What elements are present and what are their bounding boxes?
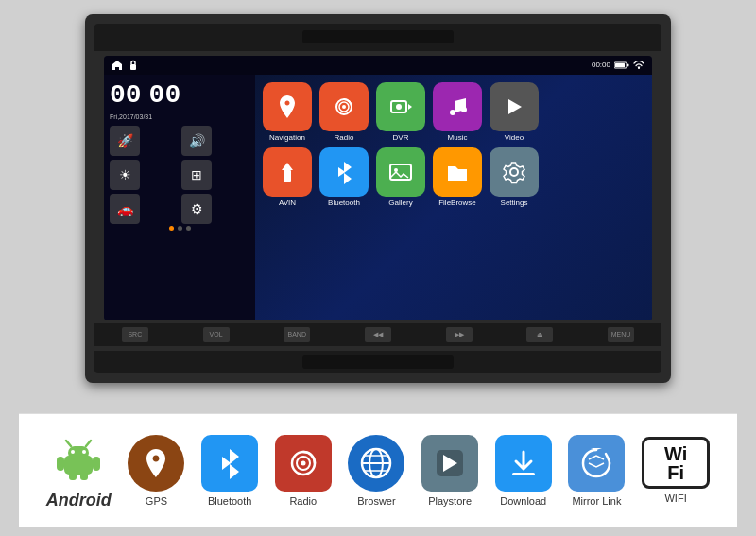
gallery-icon-img xyxy=(376,147,425,197)
app-dvr[interactable]: DVR xyxy=(376,82,425,142)
gps-label: GPS xyxy=(146,495,167,507)
feature-download[interactable]: Download xyxy=(495,435,552,507)
svg-rect-37 xyxy=(512,473,535,475)
btn-prev[interactable]: ◀◀ xyxy=(365,327,391,342)
feature-mirror[interactable]: Mirror Link xyxy=(568,435,625,507)
app-row-2: AVIN Bluetooth xyxy=(263,147,644,207)
bt-icon-wrapper xyxy=(201,435,258,492)
control-speaker[interactable]: 🔊 xyxy=(181,126,212,156)
music-label: Music xyxy=(448,133,468,142)
browser-label: Broswer xyxy=(357,495,395,507)
radio-svg xyxy=(331,94,357,120)
btn-src[interactable]: SRC xyxy=(122,327,148,342)
clock-minutes: 00 xyxy=(149,80,181,110)
gps-icon xyxy=(140,447,172,479)
btn-eject[interactable]: ⏏ xyxy=(526,327,553,342)
control-car[interactable]: 🚗 xyxy=(110,194,140,224)
wifi-label: WIFI xyxy=(664,493,686,504)
feature-radio[interactable]: Radio xyxy=(275,435,332,507)
gallery-svg xyxy=(387,159,414,185)
feature-android[interactable]: Android xyxy=(46,430,112,510)
speaker-icon: 🔊 xyxy=(189,133,205,148)
control-grid[interactable]: ⊞ xyxy=(181,160,212,190)
btn-menu[interactable]: MENU xyxy=(608,327,634,342)
settings-icon-img xyxy=(490,147,539,197)
bluetooth-icon-img xyxy=(319,147,369,197)
clock-hours: 00 xyxy=(110,80,142,110)
svg-point-29 xyxy=(301,460,305,465)
mirror-icon xyxy=(579,446,613,480)
playstore-icon xyxy=(433,446,467,480)
feature-browser[interactable]: Broswer xyxy=(348,435,404,507)
gallery-label: Gallery xyxy=(388,199,412,207)
app-settings[interactable]: Settings xyxy=(490,147,539,207)
dot-indicator xyxy=(110,226,249,231)
app-avin[interactable]: AVIN xyxy=(263,147,312,207)
music-icon-img xyxy=(433,82,482,131)
app-gallery[interactable]: Gallery xyxy=(376,147,425,207)
handle-slot xyxy=(302,30,454,43)
head-unit-top xyxy=(94,24,662,51)
radio-icon-img xyxy=(319,82,369,131)
bluetooth-label: Bluetooth xyxy=(328,199,360,207)
video-svg xyxy=(501,94,527,120)
download-icon xyxy=(507,446,541,480)
app-music[interactable]: Music xyxy=(433,82,482,142)
svg-marker-13 xyxy=(508,99,522,114)
wifi-text-1: Wi xyxy=(664,444,687,463)
android-icon-wrapper xyxy=(50,430,107,487)
status-right: 00:00 xyxy=(592,61,644,70)
browser-icon-wrapper xyxy=(348,435,404,492)
gps-icon-wrapper xyxy=(128,435,184,492)
control-rocket[interactable]: 🚀 xyxy=(110,126,140,156)
home-icon xyxy=(112,60,123,71)
bluetooth-svg xyxy=(333,158,355,186)
btn-vol[interactable]: VOL xyxy=(203,327,230,342)
app-video[interactable]: Video xyxy=(490,82,539,142)
screen: 00:00 xyxy=(104,56,652,320)
video-icon-img xyxy=(490,82,539,131)
feature-gps[interactable]: GPS xyxy=(128,435,184,507)
mirror-label: Mirror Link xyxy=(572,495,621,507)
main-container: 00:00 xyxy=(0,0,756,536)
wifi-box: Wi Fi xyxy=(642,437,710,489)
controls-grid: 🚀 🔊 ☀ ⊞ 🚗 xyxy=(110,126,249,224)
feature-wifi[interactable]: Wi Fi WIFI xyxy=(642,437,710,504)
brightness-icon: ☀ xyxy=(119,167,131,182)
app-radio[interactable]: Radio xyxy=(319,82,369,142)
clock-display: 00 00 xyxy=(110,80,249,110)
btn-band[interactable]: BAND xyxy=(284,327,310,342)
svg-point-19 xyxy=(71,450,75,454)
dvr-icon-img xyxy=(376,82,425,131)
app-filebrowse[interactable]: FileBrowse xyxy=(433,147,482,207)
download-label: Download xyxy=(500,495,546,507)
grid-icon: ⊞ xyxy=(191,167,202,182)
control-settings2[interactable]: ⚙ xyxy=(181,194,212,224)
svg-line-22 xyxy=(86,441,91,446)
browser-icon xyxy=(357,444,395,482)
feature-bluetooth[interactable]: Bluetooth xyxy=(201,435,258,507)
radio-label: Radio xyxy=(335,133,354,142)
filebrowse-label: FileBrowse xyxy=(438,199,476,207)
dot-2 xyxy=(178,226,182,231)
nav-icon-img xyxy=(263,82,312,131)
bt-icon xyxy=(215,444,244,482)
app-bluetooth[interactable]: Bluetooth xyxy=(319,147,369,207)
svg-point-11 xyxy=(450,110,455,115)
svg-rect-25 xyxy=(69,473,77,480)
app-navigation[interactable]: Navigation xyxy=(263,82,312,142)
android-icon xyxy=(55,435,102,482)
btn-next[interactable]: ▶▶ xyxy=(446,327,472,342)
svg-marker-9 xyxy=(408,104,412,110)
app-row-1: Navigation Radio xyxy=(263,82,644,142)
settings-svg xyxy=(501,159,527,185)
svg-rect-2 xyxy=(615,63,625,67)
feature-playstore[interactable]: Playstore xyxy=(421,435,478,507)
features-bar: Android GPS Bluetooth xyxy=(19,413,737,527)
dot-1 xyxy=(169,226,174,231)
app-grid: Navigation Radio xyxy=(255,75,652,320)
settings-label: Settings xyxy=(501,199,528,207)
music-svg xyxy=(444,94,471,120)
control-brightness[interactable]: ☀ xyxy=(110,160,140,190)
svg-rect-3 xyxy=(627,63,629,66)
